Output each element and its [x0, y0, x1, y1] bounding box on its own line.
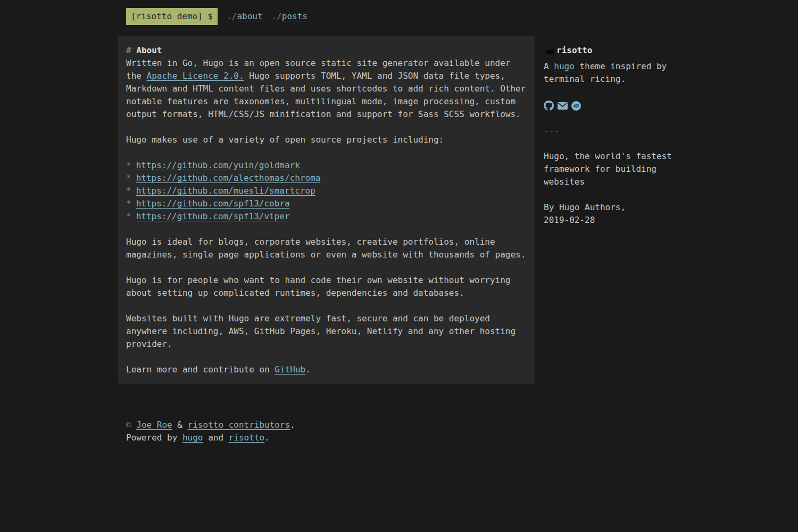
- github-repo-link[interactable]: GitHub: [275, 364, 305, 375]
- page-title-text: About: [136, 45, 162, 55]
- author-row: risotto: [544, 44, 680, 57]
- page-footer: © Joe Roe & risotto contributors. Powere…: [118, 419, 680, 466]
- footer-powered-line: Powered by hugo and risotto.: [126, 431, 680, 444]
- author-link[interactable]: Joe Roe: [136, 420, 172, 430]
- orcid-link[interactable]: iD: [571, 101, 581, 111]
- list-bullet: *: [126, 173, 131, 183]
- social-links: iD: [544, 101, 680, 111]
- github-icon: [544, 101, 554, 111]
- list-item: *https://github.com/yuin/goldmark: [126, 159, 528, 172]
- nav-item-about: ./about: [227, 10, 262, 23]
- hugo-link[interactable]: hugo: [554, 61, 575, 71]
- byline-block: By Hugo Authors, 2019-02-28: [544, 201, 680, 227]
- footer-text: &: [172, 420, 188, 430]
- list-bullet: *: [126, 211, 131, 221]
- sidebar: risotto A hugo theme inspired by termina…: [544, 36, 680, 227]
- sidebar-separator: ---: [544, 124, 680, 137]
- footer-text: .: [264, 433, 270, 443]
- byline-date: 2019-02-28: [544, 214, 680, 227]
- list-item: *https://github.com/muesli/smartcrop: [126, 185, 528, 197]
- home-prompt-badge[interactable]: [risotto demo] $: [126, 8, 218, 25]
- about-link[interactable]: about: [237, 11, 262, 21]
- byline-author: By Hugo Authors,: [544, 201, 680, 214]
- ideal-for-paragraph: Hugo is ideal for blogs, corporate websi…: [126, 236, 528, 261]
- viper-link[interactable]: https://github.com/spf13/viper: [136, 211, 290, 221]
- paragraph-text: Learn more and contribute on: [126, 364, 275, 375]
- github-link[interactable]: [544, 101, 554, 111]
- footer-copyright-line: © Joe Roe & risotto contributors.: [126, 419, 680, 431]
- page-grid: # About Written in Go, Hugo is an open s…: [118, 36, 680, 384]
- apache-licence-link[interactable]: Apache Licence 2.0.: [147, 71, 244, 81]
- tagline-text: A: [544, 61, 554, 71]
- footer-text: .: [290, 420, 295, 430]
- nav-item-posts: ./posts: [272, 10, 307, 23]
- footer-text: and: [203, 433, 229, 443]
- list-item: *https://github.com/spf13/cobra: [126, 197, 528, 210]
- list-item: *https://github.com/spf13/viper: [126, 210, 528, 223]
- learn-more-paragraph: Learn more and contribute on GitHub.: [126, 363, 528, 376]
- list-item: *https://github.com/alecthomas/chroma: [126, 172, 528, 185]
- cobra-link[interactable]: https://github.com/spf13/cobra: [136, 198, 290, 209]
- copyright-symbol: ©: [126, 420, 136, 430]
- svg-text:iD: iD: [573, 103, 579, 109]
- heading-hash-marker: #: [126, 45, 136, 55]
- paragraph-text: .: [305, 364, 311, 375]
- list-bullet: *: [126, 186, 131, 196]
- smartcrop-link[interactable]: https://github.com/muesli/smartcrop: [136, 186, 315, 196]
- footer-text: Powered by: [126, 433, 182, 443]
- nav-prefix: ./: [227, 11, 237, 21]
- chroma-link[interactable]: https://github.com/alecthomas/chroma: [136, 173, 321, 183]
- risotto-footer-link[interactable]: risotto: [229, 433, 264, 443]
- site-tagline: A hugo theme inspired by terminal ricing…: [544, 60, 680, 86]
- projects-intro-paragraph: Hugo makes use of a variety of open sour…: [126, 134, 528, 146]
- list-bullet: *: [126, 160, 131, 170]
- contributors-link[interactable]: risotto contributors: [188, 420, 290, 430]
- email-link[interactable]: [558, 102, 568, 110]
- orcid-icon: iD: [571, 101, 581, 111]
- fast-secure-paragraph: Websites built with Hugo are extremely f…: [126, 312, 528, 351]
- top-nav: [risotto demo] $ ./about ./posts: [118, 8, 680, 25]
- page-title: # About: [126, 44, 528, 57]
- site-title: risotto: [556, 44, 592, 57]
- project-list: *https://github.com/yuin/goldmark *https…: [126, 159, 528, 223]
- posts-link[interactable]: posts: [282, 11, 307, 21]
- email-icon: [558, 102, 568, 110]
- hand-code-paragraph: Hugo is for people who want to hand code…: [126, 274, 528, 300]
- goldmark-link[interactable]: https://github.com/yuin/goldmark: [136, 160, 300, 170]
- list-bullet: *: [126, 198, 131, 209]
- hugo-footer-link[interactable]: hugo: [182, 433, 203, 443]
- page-container: [risotto demo] $ ./about ./posts # About…: [118, 0, 680, 466]
- rice-bowl-icon: [544, 45, 555, 56]
- intro-paragraph: Written in Go, Hugo is an open source st…: [126, 57, 528, 121]
- content-panel: # About Written in Go, Hugo is an open s…: [118, 36, 535, 384]
- site-description: Hugo, the world's fastest framework for …: [544, 150, 680, 188]
- nav-prefix: ./: [272, 11, 282, 21]
